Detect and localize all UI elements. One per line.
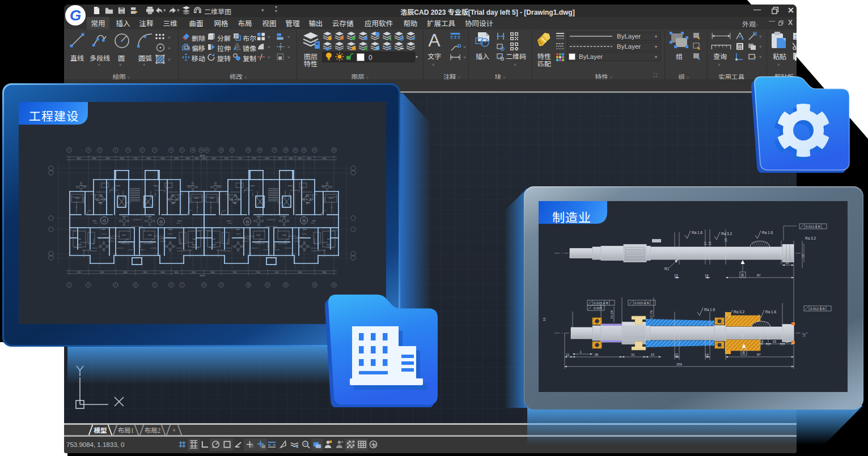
svg-text:1: 1 xyxy=(69,149,70,151)
svg-text:14: 14 xyxy=(231,149,233,151)
svg-text:3600: 3600 xyxy=(194,157,198,160)
svg-text:6: 6 xyxy=(171,284,172,286)
svg-text:11: 11 xyxy=(200,149,202,151)
svg-text:13: 13 xyxy=(314,284,316,286)
svg-text:3000: 3000 xyxy=(298,271,302,274)
svg-text:2200: 2200 xyxy=(100,271,104,274)
svg-text:13: 13 xyxy=(220,149,222,151)
svg-text:2200: 2200 xyxy=(146,157,150,160)
svg-text:Ra 1.6: Ra 1.6 xyxy=(704,308,715,312)
svg-text:48040: 48040 xyxy=(200,155,205,157)
svg-text:2: 2 xyxy=(88,284,89,286)
svg-text:1800: 1800 xyxy=(191,271,195,274)
svg-text:16: 16 xyxy=(741,335,744,338)
svg-text:2: 2 xyxy=(88,149,89,151)
svg-text:1: 1 xyxy=(69,284,70,286)
svg-text:3: 3 xyxy=(115,284,116,286)
svg-text:17: 17 xyxy=(273,149,276,151)
svg-text:3: 3 xyxy=(99,149,100,151)
svg-text:B: B xyxy=(743,351,745,355)
svg-text:3600: 3600 xyxy=(185,157,189,160)
svg-text:6: 6 xyxy=(142,149,143,151)
svg-text:5: 5 xyxy=(128,149,129,151)
svg-text:Ra 1.6: Ra 1.6 xyxy=(692,231,703,235)
svg-text:Ra 3.2: Ra 3.2 xyxy=(734,310,745,314)
svg-text:1800: 1800 xyxy=(322,271,326,274)
svg-text:G: G xyxy=(103,218,106,223)
svg-text:17: 17 xyxy=(704,241,707,245)
svg-text:0.012 A B: 0.012 A B xyxy=(806,225,820,228)
svg-text:15: 15 xyxy=(773,340,777,343)
svg-text:15: 15 xyxy=(651,353,655,356)
svg-text:3600: 3600 xyxy=(289,157,293,160)
svg-text:7: 7 xyxy=(181,284,183,286)
svg-text:16: 16 xyxy=(543,317,546,321)
svg-text:Ra 3.2: Ra 3.2 xyxy=(721,232,732,236)
svg-text:1800: 1800 xyxy=(92,157,96,160)
svg-text:87: 87 xyxy=(757,274,761,277)
svg-text:3000: 3000 xyxy=(123,271,127,274)
svg-text:B: B xyxy=(742,273,744,277)
svg-text:3600: 3600 xyxy=(174,271,178,274)
svg-text:12: 12 xyxy=(285,284,287,286)
svg-text:1800: 1800 xyxy=(143,271,147,274)
svg-text:3000: 3000 xyxy=(265,157,269,160)
svg-text:2700: 2700 xyxy=(256,271,260,274)
svg-text:0.015 A B: 0.015 A B xyxy=(634,301,649,305)
svg-text:2200: 2200 xyxy=(120,157,124,160)
svg-text:1800: 1800 xyxy=(278,157,282,160)
svg-text:13: 13 xyxy=(674,274,678,277)
svg-text:12: 12 xyxy=(206,149,208,151)
svg-text:16: 16 xyxy=(724,238,727,242)
svg-text:2700: 2700 xyxy=(77,271,81,274)
svg-text:16: 16 xyxy=(708,241,712,245)
svg-text:15: 15 xyxy=(785,261,789,265)
svg-text:18: 18 xyxy=(285,149,287,151)
svg-text:Ra 1.6: Ra 1.6 xyxy=(762,231,773,235)
svg-text:3000: 3000 xyxy=(105,157,109,160)
svg-text:0.005: 0.005 xyxy=(594,306,603,310)
svg-text:16.28: 16.28 xyxy=(610,310,613,319)
svg-text:10: 10 xyxy=(247,284,249,286)
svg-text:19: 19 xyxy=(294,149,297,151)
svg-text:3000: 3000 xyxy=(211,157,215,160)
svg-text:17.78: 17.78 xyxy=(650,310,653,319)
svg-text:17: 17 xyxy=(712,327,715,330)
svg-text:21: 21 xyxy=(314,149,316,151)
svg-text:256: 256 xyxy=(676,363,683,366)
svg-text:4: 4 xyxy=(135,284,136,286)
svg-text:10: 10 xyxy=(192,149,194,151)
svg-text:3600: 3600 xyxy=(77,157,81,160)
svg-text:22: 22 xyxy=(333,149,335,151)
svg-text:Ra 1.6: Ra 1.6 xyxy=(765,310,777,314)
svg-text:11: 11 xyxy=(266,284,269,286)
svg-text:15: 15 xyxy=(785,340,789,343)
svg-text:G: G xyxy=(245,219,249,224)
svg-text:R1: R1 xyxy=(664,267,670,271)
svg-text:31: 31 xyxy=(631,353,635,356)
svg-text:G: G xyxy=(159,219,163,224)
svg-text:2700: 2700 xyxy=(133,157,137,160)
svg-text:14: 14 xyxy=(333,284,335,286)
svg-text:1: 1 xyxy=(580,350,582,353)
svg-text:3000: 3000 xyxy=(160,157,164,160)
svg-text:8: 8 xyxy=(171,149,172,151)
svg-text:Ra 3.2: Ra 3.2 xyxy=(805,236,816,240)
svg-text:20: 20 xyxy=(303,149,305,151)
svg-text:14: 14 xyxy=(705,274,709,277)
svg-text:2200: 2200 xyxy=(232,271,236,274)
svg-text:12: 12 xyxy=(802,334,806,337)
svg-text:8: 8 xyxy=(204,284,205,286)
svg-text:2200: 2200 xyxy=(252,157,256,160)
svg-text:16: 16 xyxy=(259,149,261,151)
svg-text:11: 11 xyxy=(566,353,570,356)
svg-text:3600: 3600 xyxy=(298,157,302,160)
svg-text:4: 4 xyxy=(115,149,116,151)
svg-text:15: 15 xyxy=(247,149,249,151)
svg-text:2200: 2200 xyxy=(274,271,278,274)
svg-text:9: 9 xyxy=(221,284,222,286)
svg-text:87: 87 xyxy=(757,353,761,356)
svg-text:3600: 3600 xyxy=(160,271,164,274)
svg-text:1800: 1800 xyxy=(174,157,178,160)
svg-text:8: 8 xyxy=(761,340,764,343)
